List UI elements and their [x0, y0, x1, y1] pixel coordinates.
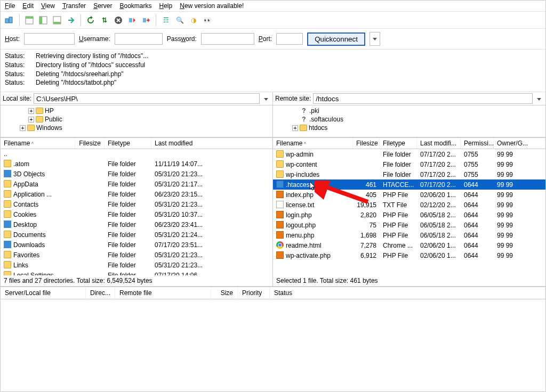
tree-item[interactable]: +Windows	[3, 124, 270, 132]
menu-server[interactable]: Server	[93, 2, 112, 10]
local-status: 7 files and 27 directories. Total size: …	[1, 275, 272, 287]
file-row[interactable]: login.php2,820PHP File06/05/18 2...06449…	[273, 210, 545, 220]
refresh-icon[interactable]	[85, 14, 97, 26]
file-row[interactable]: CookiesFile folder05/31/20 10:37...	[1, 209, 272, 219]
port-input[interactable]	[276, 33, 303, 45]
tree-item[interactable]: +HP	[3, 107, 270, 115]
remote-site-label: Remote site:	[275, 95, 311, 102]
svg-rect-10	[143, 18, 146, 22]
file-row[interactable]: AppDataFile folder05/31/20 21:17...	[1, 179, 272, 189]
site-manager-icon[interactable]	[4, 14, 15, 26]
remote-status: Selected 1 file. Total size: 461 bytes	[273, 275, 545, 287]
file-row[interactable]: ..	[1, 149, 272, 159]
menu-new-version[interactable]: New version available!	[180, 2, 244, 10]
svg-rect-7	[53, 22, 61, 24]
local-columns[interactable]: Filename Filesize Filetype Last modified	[1, 138, 272, 149]
svg-rect-0	[5, 19, 9, 23]
file-row[interactable]: .atomFile folder11/11/19 14:07...	[1, 159, 272, 169]
quickconnect-dropdown[interactable]	[370, 32, 380, 46]
svg-rect-3	[26, 17, 33, 19]
remote-file-list[interactable]: wp-adminFile folder07/17/20 2...075599 9…	[273, 149, 545, 275]
sync-browse-icon[interactable]	[65, 14, 77, 26]
menu-file[interactable]: File	[5, 2, 15, 10]
binoculars-icon[interactable]: 👀	[202, 14, 213, 26]
local-tree[interactable]: +HP+Public+Windows	[1, 105, 272, 137]
local-path-dropdown-icon[interactable]	[262, 95, 270, 102]
file-row[interactable]: DownloadsFile folder07/17/20 23:51...	[1, 240, 272, 250]
menu-transfer[interactable]: Transfer	[62, 2, 86, 10]
tree-item[interactable]: ?.pki	[275, 107, 543, 115]
toolbar: ⇅ ☶ 🔍 ◑ 👀	[1, 12, 545, 29]
file-row[interactable]: logout.php75PHP File06/05/18 2...064499 …	[273, 220, 545, 230]
local-path-input[interactable]	[34, 93, 260, 104]
file-row[interactable]: 3D ObjectsFile folder05/31/20 21:23...	[1, 169, 272, 179]
toggle-tree-icon[interactable]	[37, 14, 49, 26]
remote-path-input[interactable]	[313, 93, 533, 104]
host-label: Host:	[5, 35, 20, 43]
remote-columns[interactable]: Filename Filesize Filetype Last modifi..…	[273, 138, 545, 149]
svg-rect-5	[39, 17, 42, 24]
file-row[interactable]: Local SettingsFile folder07/17/20 14:06	[1, 270, 272, 275]
queue-columns[interactable]: Server/Local file Direc... Remote file S…	[1, 287, 545, 299]
menu-bookmarks[interactable]: Bookmarks	[119, 2, 151, 10]
local-site-label: Local site:	[3, 95, 31, 102]
menu-help[interactable]: Help	[159, 2, 173, 10]
file-row[interactable]: Application ...File folder06/23/20 23:15…	[1, 189, 272, 199]
file-row[interactable]: wp-contentFile folder07/17/20 2...075599…	[273, 159, 545, 169]
site-tree-row: Local site: +HP+Public+Windows Remote si…	[1, 92, 545, 138]
tree-item[interactable]: +Public	[3, 115, 270, 124]
message-log[interactable]: Status:Retrieving directory listing of "…	[1, 50, 545, 92]
tree-item[interactable]: ?.softaculous	[275, 115, 543, 124]
queue-list[interactable]	[1, 299, 545, 358]
file-row[interactable]: index.php405PHP File02/06/20 1...064499 …	[273, 190, 545, 200]
port-label: Port:	[259, 35, 272, 43]
remote-tree[interactable]: ?.pki?.softaculous+htdocs	[273, 105, 545, 137]
local-file-list[interactable]: ...atomFile folder11/11/19 14:07...3D Ob…	[1, 149, 272, 275]
process-queue-icon[interactable]: ⇅	[99, 14, 110, 26]
file-row[interactable]: wp-adminFile folder07/17/20 2...075599 9…	[273, 149, 545, 159]
tree-item[interactable]: +htdocs	[275, 124, 543, 132]
file-row[interactable]: .htaccess461HTACCE...07/17/20 2...064499…	[273, 179, 545, 190]
file-row[interactable]: license.txt19,915TXT File02/12/20 2...06…	[273, 200, 545, 210]
file-row[interactable]: DesktopFile folder06/23/20 23:41...	[1, 219, 272, 230]
disconnect-icon[interactable]	[126, 14, 138, 26]
password-input[interactable]	[201, 33, 254, 45]
remote-path-dropdown-icon[interactable]	[535, 95, 543, 102]
file-row[interactable]: ContactsFile folder05/31/20 21:23...	[1, 199, 272, 209]
file-row[interactable]: wp-activate.php6,912PHP File02/06/20 1..…	[273, 250, 545, 260]
search-icon[interactable]: 🔍	[174, 14, 186, 26]
svg-rect-1	[9, 17, 12, 23]
compare-icon[interactable]: ◑	[188, 14, 199, 26]
username-input[interactable]	[115, 33, 163, 45]
password-label: Password:	[167, 35, 197, 43]
quickconnect-button[interactable]: Quickconnect	[307, 32, 365, 46]
file-row[interactable]: readme.html7,278Chrome ...02/06/20 1...0…	[273, 240, 545, 250]
menu-edit[interactable]: Edit	[22, 2, 34, 10]
toggle-log-icon[interactable]	[23, 14, 35, 26]
menu-view[interactable]: View	[41, 2, 55, 10]
filter-icon[interactable]: ☶	[160, 14, 172, 26]
menu-bar: File Edit View Transfer Server Bookmarks…	[1, 1, 545, 12]
file-row[interactable]: LinksFile folder05/31/20 21:23...	[1, 260, 272, 270]
quickconnect-bar: Host: Username: Password: Port: Quickcon…	[1, 29, 545, 50]
file-lists: Filename Filesize Filetype Last modified…	[1, 138, 545, 287]
svg-rect-9	[129, 18, 132, 22]
username-label: Username:	[79, 35, 110, 43]
toggle-queue-icon[interactable]	[51, 14, 63, 26]
file-row[interactable]: DocumentsFile folder05/31/20 21:24...	[1, 230, 272, 240]
file-row[interactable]: wp-includesFile folder07/17/20 2...07559…	[273, 169, 545, 179]
host-input[interactable]	[24, 33, 75, 45]
file-row[interactable]: menu.php1,698PHP File06/05/18 2...064499…	[273, 230, 545, 240]
reconnect-icon[interactable]	[140, 14, 152, 26]
cancel-icon[interactable]	[113, 14, 124, 26]
file-row[interactable]: FavoritesFile folder05/31/20 21:23...	[1, 250, 272, 260]
